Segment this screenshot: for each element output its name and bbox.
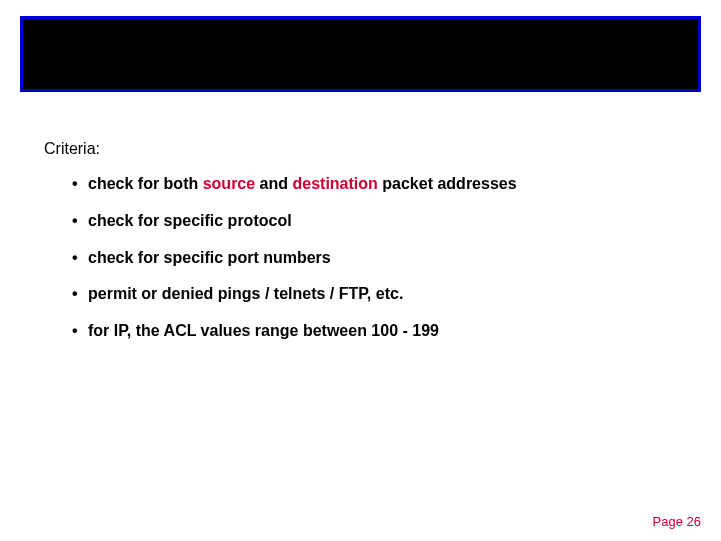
bullet-item-port-numbers: check for specific port numbers bbox=[72, 248, 684, 269]
bullet-item-protocol: check for specific protocol bbox=[72, 211, 684, 232]
title-band bbox=[20, 16, 701, 92]
criteria-heading: Criteria: bbox=[44, 140, 684, 158]
content-area: Criteria: check for both source and dest… bbox=[44, 140, 684, 358]
keyword-source: source bbox=[203, 175, 255, 192]
slide: Criteria: check for both source and dest… bbox=[0, 0, 721, 541]
bullet-text-mid: and bbox=[255, 175, 292, 192]
bullet-item-source-destination: check for both source and destination pa… bbox=[72, 174, 684, 195]
bullet-text-pre: check for both bbox=[88, 175, 203, 192]
page-number: Page 26 bbox=[653, 514, 701, 529]
bullet-item-acl-range: for IP, the ACL values range between 100… bbox=[72, 321, 684, 342]
bullet-text-post: packet addresses bbox=[378, 175, 517, 192]
keyword-destination: destination bbox=[293, 175, 378, 192]
bullet-list: check for both source and destination pa… bbox=[72, 174, 684, 342]
bullet-item-permit-deny: permit or denied pings / telnets / FTP, … bbox=[72, 284, 684, 305]
